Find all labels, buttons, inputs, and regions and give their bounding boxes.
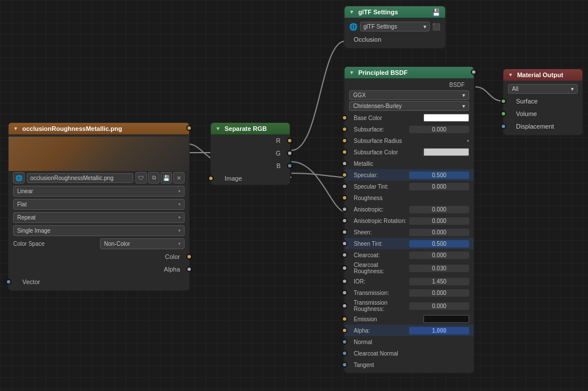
surface-input-socket[interactable] [501,98,506,104]
material-output-dropdown[interactable]: All ▾ [508,84,578,94]
transmission-roughness-socket[interactable] [342,303,347,309]
transmission-roughness-value[interactable]: 0.000 [409,302,469,310]
color-space-dropdown[interactable]: Non-Color ▾ [100,238,185,249]
specular-socket[interactable] [342,172,347,178]
surface-label: Surface [509,98,538,105]
gltf-header[interactable]: ▼ glTF Settings 💾 [345,6,445,18]
close-icon-btn[interactable]: ✕ [173,172,185,183]
clearcoat-value[interactable]: 0.000 [409,252,469,259]
bsdf-output-socket[interactable] [471,69,477,75]
bsdf-header[interactable]: ▼ Principled BSDF [345,67,474,78]
transmission-socket[interactable] [342,290,347,296]
bsdf-subsurface-color-row: Subsurface Color [345,146,474,158]
image-texture-header[interactable]: ▼ occlusionRoughnessMetallic.png [9,123,189,134]
node-title: Material Output [517,71,563,78]
vector-input-socket[interactable] [6,279,11,285]
collapse-icon[interactable]: ▼ [215,126,221,131]
base-color-socket[interactable] [342,115,347,121]
image-name-button[interactable]: occlusionRoughnessMetallic.png [27,173,133,183]
alpha-output-socket[interactable] [186,266,192,272]
base-color-swatch[interactable] [423,114,469,122]
bsdf-anisotropic-rotation-row: Anisotropic Rotation: 0.000 [345,215,474,226]
subsurface-color-swatch[interactable] [423,148,469,156]
bsdf-ior-row: IOR: 1.450 [345,276,474,287]
sheen-value[interactable]: 0.000 [409,229,469,236]
b-output-socket[interactable] [287,163,293,169]
r-output-socket[interactable] [287,138,293,143]
color-output-socket[interactable] [186,254,192,260]
displacement-label: Displacement [509,123,554,130]
shield-icon-btn[interactable]: 🛡 [135,172,147,183]
roughness-socket[interactable] [342,195,347,201]
sheen-tint-socket[interactable] [342,241,347,246]
subsurface-radius-socket[interactable] [342,138,347,143]
ior-socket[interactable] [342,278,347,284]
transmission-value[interactable]: 0.000 [409,289,469,297]
occlusion-output-row: Occlusion [345,33,445,46]
distribution-dropdown[interactable]: GGX ▾ [349,90,469,100]
subsurface-socket[interactable] [342,126,347,132]
extension-dropdown[interactable]: Repeat ▾ [13,212,185,223]
gltf-inner-dropdown[interactable]: glTF Settings ▾ [360,22,430,31]
separate-rgb-node[interactable]: ▼ Separate RGB R G B Image [210,122,290,185]
collapse-icon[interactable]: ▼ [13,126,18,131]
collapse-icon[interactable]: ▼ [349,9,354,15]
save-icon-btn[interactable]: 💾 [161,172,172,183]
anisotropic-rotation-value[interactable]: 0.000 [409,217,469,225]
image-preview [9,137,189,171]
globe-icon: 🌐 [349,23,358,31]
ior-value[interactable]: 1.450 [409,278,469,285]
image-texture-node[interactable]: ▼ occlusionRoughnessMetallic.png 🌐 occlu… [8,122,190,291]
source-dropdown[interactable]: Single Image ▾ [13,225,185,236]
gltf-header-icon: 💾 [432,9,441,17]
projection-dropdown[interactable]: Flat ▾ [13,199,185,210]
clearcoat-normal-socket[interactable] [342,350,347,356]
emission-color-swatch[interactable] [423,315,469,323]
normal-socket[interactable] [342,339,347,345]
sheen-tint-value[interactable]: 0.500 [409,240,469,248]
anisotropic-socket[interactable] [342,206,347,212]
clearcoat-roughness-value[interactable]: 0.030 [409,265,469,272]
bsdf-base-color-row: Base Color [345,112,474,123]
anisotropic-rotation-socket[interactable] [342,218,347,224]
collapse-icon[interactable]: ▼ [349,70,354,75]
specular-tint-socket[interactable] [342,183,347,189]
volume-input-socket[interactable] [501,111,506,117]
subsurface-method-dropdown[interactable]: Christensen-Burley ▾ [349,101,469,111]
clearcoat-label: Clearcoat: [354,252,409,258]
gltf-settings-node[interactable]: ▼ glTF Settings 💾 🌐 glTF Settings ▾ ⬛ Oc… [344,6,446,49]
metallic-socket[interactable] [342,161,347,166]
image-input-row: Image [211,172,290,185]
specular-tint-value[interactable]: 0.000 [409,183,469,190]
projection-row: Flat ▾ [9,198,189,211]
g-output-socket[interactable] [287,150,293,156]
material-output-node[interactable]: ▼ Material Output All ▾ Surface Volume D… [503,69,583,135]
copy-icon-btn[interactable]: ⧉ [148,172,159,183]
alpha-socket[interactable] [342,328,347,333]
image-type-icon[interactable]: 🌐 [13,172,25,183]
anisotropic-value[interactable]: 0.000 [409,206,469,213]
bsdf-normal-row: Normal [345,336,474,348]
clearcoat-roughness-socket[interactable] [342,265,347,271]
sheen-socket[interactable] [342,229,347,235]
interpolation-dropdown[interactable]: Linear ▾ [13,186,185,197]
subsurface-value[interactable]: 0.000 [409,126,469,133]
clearcoat-socket[interactable] [342,252,347,258]
specular-label: Specular: [354,172,409,178]
displacement-input-socket[interactable] [501,123,506,129]
tangent-socket[interactable] [342,362,347,368]
separate-rgb-header[interactable]: ▼ Separate RGB [211,123,290,134]
base-color-label: Base Color [354,115,423,121]
b-output-label: B [217,162,284,169]
specular-value[interactable]: 0.500 [409,171,469,179]
material-output-header[interactable]: ▼ Material Output [503,69,582,81]
principled-bsdf-node[interactable]: ▼ Principled BSDF BSDF GGX ▾ Christensen… [344,66,474,373]
emission-socket[interactable] [342,316,347,322]
chevron-down-icon: ▾ [178,202,181,207]
collapse-icon[interactable]: ▼ [508,72,513,78]
alpha-value[interactable]: 1.000 [409,327,469,334]
bsdf-clearcoat-row: Clearcoat: 0.000 [345,249,474,261]
subsurface-color-socket[interactable] [342,149,347,155]
image-input-socket[interactable] [208,175,214,181]
sheen-label: Sheen: [354,229,409,236]
